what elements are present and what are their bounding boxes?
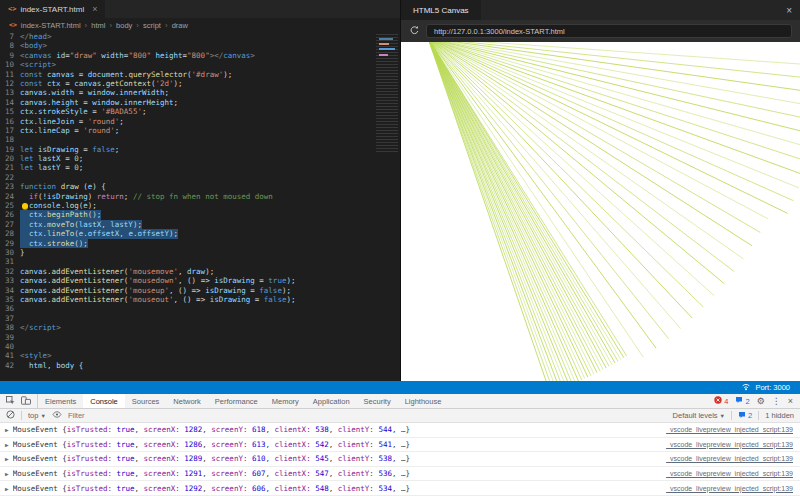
code-line[interactable]: 34canvas.addEventListener('mouseup', () … [0,286,400,295]
line-number[interactable]: 36 [0,304,20,313]
line-number[interactable]: 9 [0,51,20,60]
url-bar[interactable]: http://127.0.0.1:3000/index-START.html [426,24,792,38]
code-line[interactable]: 24 if(!isDrawing) return; // stop fn whe… [0,192,400,201]
console-row[interactable]: ▶MouseEvent {isTrusted: true, screenX: 1… [0,423,800,438]
code-line[interactable]: 9<canvas id="draw" width="800" height="8… [0,51,400,60]
console-source-link[interactable]: _vscode_livepreview_injected_script:139 [656,485,793,492]
code-line[interactable]: 12const ctx = canvas.getContext('2d'); [0,79,400,88]
tab-close-icon[interactable]: × [92,4,97,14]
line-number[interactable]: 32 [0,267,20,276]
code-editor[interactable]: 7</head>8<body>9<canvas id="draw" width=… [0,32,400,381]
live-expression-eye-icon[interactable] [52,411,62,420]
line-number[interactable]: 18 [0,135,20,144]
devtools-tab-console[interactable]: Console [83,394,125,408]
expand-arrow-icon[interactable]: ▶ [5,426,9,433]
line-number[interactable]: 12 [0,79,20,88]
device-toolbar-icon[interactable] [21,396,31,407]
inspect-element-icon[interactable] [6,396,15,407]
console-filter-input[interactable] [68,411,667,420]
code-line[interactable]: 27 ctx.moveTo(lastX, lastY); [0,220,400,229]
line-number[interactable]: 8 [0,41,20,50]
devtools-tab-elements[interactable]: Elements [38,394,83,408]
refresh-icon[interactable] [409,22,420,40]
devtools-close-icon[interactable]: × [788,397,793,406]
line-number[interactable]: 41 [0,351,20,360]
devtools-tab-performance[interactable]: Performance [208,394,265,408]
console-error-badge[interactable]: 4 [714,396,728,406]
minimap[interactable] [376,34,398,152]
line-number[interactable]: 34 [0,286,20,295]
expand-arrow-icon[interactable]: ▶ [5,470,9,477]
kebab-menu-icon[interactable]: ⋮ [772,397,781,406]
code-line[interactable]: 18 [0,135,400,144]
code-line[interactable]: 8<body> [0,41,400,50]
code-line[interactable]: 23function draw (e) { [0,182,400,191]
expand-arrow-icon[interactable]: ▶ [5,485,9,492]
line-number[interactable]: 40 [0,342,20,351]
code-line[interactable]: 40 [0,342,400,351]
line-number[interactable]: 38 [0,323,20,332]
line-number[interactable]: 31 [0,257,20,266]
console-source-link[interactable]: _vscode_livepreview_injected_script:139 [656,426,793,433]
code-line[interactable]: 42 html, body { [0,361,400,370]
console-source-link[interactable]: _vscode_livepreview_injected_script:139 [656,455,793,462]
code-line[interactable]: 10<script> [0,60,400,69]
code-line[interactable]: 30} [0,248,400,257]
console-row[interactable]: ▶MouseEvent {isTrusted: true, screenX: 1… [0,452,800,467]
devtools-tab-security[interactable]: Security [357,394,398,408]
line-number[interactable]: 15 [0,107,20,116]
console-source-link[interactable]: _vscode_livepreview_injected_script:139 [656,470,793,477]
code-line[interactable]: 17ctx.lineCap = 'round'; [0,126,400,135]
preview-canvas[interactable] [401,42,800,381]
console-row[interactable]: ▶MouseEvent {isTrusted: true, screenX: 1… [0,467,800,482]
code-line[interactable]: 39 [0,333,400,342]
breadcrumb-item[interactable]: draw [172,21,188,30]
code-line[interactable]: 11const canvas = document.querySelector(… [0,70,400,79]
console-row[interactable]: ▶MouseEvent {isTrusted: true, screenX: 1… [0,481,800,496]
clear-console-icon[interactable] [6,410,15,421]
context-selector[interactable]: top ▼ [28,411,46,420]
breadcrumb-item[interactable]: body [116,21,132,30]
code-line[interactable]: 31 [0,257,400,266]
code-line[interactable]: 33canvas.addEventListener('mousedown', (… [0,276,400,285]
console-row[interactable]: ▶MouseEvent {isTrusted: true, screenX: 1… [0,438,800,453]
settings-gear-icon[interactable]: ⚙ [757,397,765,406]
line-number[interactable]: 27 [0,220,20,229]
line-number[interactable]: 14 [0,98,20,107]
line-number[interactable]: 37 [0,314,20,323]
code-line[interactable]: 25 console.log(e); [0,201,400,210]
code-line[interactable]: 21let lastY = 0; [0,163,400,172]
line-number[interactable]: 23 [0,182,20,191]
tab-index-start-html[interactable]: <> index-START.html × [0,0,105,18]
code-line[interactable]: 29 ctx.stroke(); [0,239,400,248]
code-line[interactable]: 38</script> [0,323,400,332]
devtools-tab-lighthouse[interactable]: Lighthouse [398,394,449,408]
line-number[interactable]: 30 [0,248,20,257]
code-line[interactable]: 35canvas.addEventListener('mouseout', ()… [0,295,400,304]
console-source-link[interactable]: _vscode_livepreview_injected_script:139 [656,441,793,448]
devtools-tab-memory[interactable]: Memory [265,394,306,408]
line-number[interactable]: 33 [0,276,20,285]
line-number[interactable]: 26 [0,210,20,219]
port-status[interactable]: Port: 3000 [741,383,790,393]
line-number[interactable]: 35 [0,295,20,304]
breadcrumb-item[interactable]: script [143,21,161,30]
code-line[interactable]: 14canvas.height = window.innerHeight; [0,98,400,107]
code-line[interactable]: 26 ctx.beginPath(); [0,210,400,219]
tab-html5-canvas[interactable]: HTML5 Canvas [401,0,481,20]
line-number[interactable]: 21 [0,163,20,172]
line-number[interactable]: 10 [0,60,20,69]
code-line[interactable]: 37 [0,314,400,323]
line-number[interactable]: 7 [0,32,20,41]
code-line[interactable]: 16ctx.lineJoin = 'round'; [0,117,400,126]
code-line[interactable]: 13canvas.width = window.innerWidth; [0,88,400,97]
line-number[interactable]: 22 [0,173,20,182]
expand-arrow-icon[interactable]: ▶ [5,441,9,448]
code-line[interactable]: 41<style> [0,351,400,360]
line-number[interactable]: 25 [0,201,20,210]
line-number[interactable]: 29 [0,239,20,248]
breadcrumb-item[interactable]: index-START.html [21,21,81,30]
line-number[interactable]: 17 [0,126,20,135]
issues-badge[interactable]: 2 [735,396,749,406]
devtools-tab-application[interactable]: Application [306,394,357,408]
